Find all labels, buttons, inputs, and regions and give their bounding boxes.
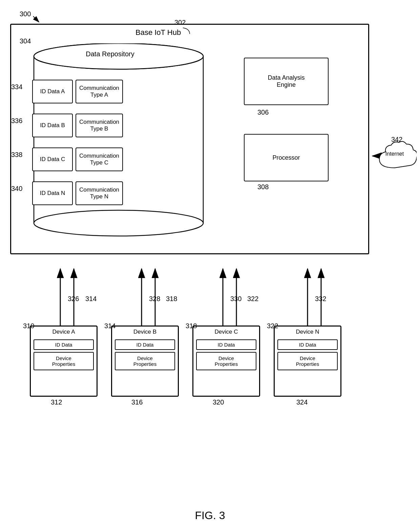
device-b-title: Device B (112, 327, 178, 337)
ref-328: 328 (149, 295, 160, 303)
ref-340: 340 (11, 185, 22, 193)
device-a-box: Device A ID Data DeviceProperties (30, 326, 98, 397)
main-hub-title: Base IoT Hub (135, 28, 181, 37)
ref-332: 332 (315, 295, 326, 303)
id-data-c: ID Data C (32, 147, 73, 171)
ref-314: 314 (104, 322, 115, 330)
comm-type-a: CommunicationType A (76, 80, 123, 103)
device-a-props: DeviceProperties (34, 352, 94, 370)
ref-322: 322 (267, 322, 278, 330)
id-data-a: ID Data A (32, 80, 73, 103)
svg-line-3 (33, 16, 39, 22)
device-n-title: Device N (275, 327, 340, 337)
device-n-props: DeviceProperties (277, 352, 338, 370)
device-c-box: Device C ID Data DeviceProperties (192, 326, 260, 397)
ref-324: 324 (296, 398, 308, 406)
device-n-id: ID Data (277, 339, 338, 350)
ref-300: 300 (20, 10, 31, 18)
ref-338: 338 (11, 151, 22, 159)
ref-342: 342 (391, 136, 402, 143)
device-a-id: ID Data (34, 339, 94, 350)
data-repository-svg (27, 43, 210, 243)
ref-316: 316 (131, 398, 143, 406)
data-row-c: ID Data C CommunicationType C (32, 147, 123, 171)
ref-336: 336 (11, 117, 22, 125)
processor-box: Processor (244, 134, 329, 181)
ref-320: 320 (213, 398, 224, 406)
device-n-box: Device N ID Data DeviceProperties (274, 326, 341, 397)
data-row-b: ID Data B CommunicationType B (32, 114, 123, 137)
device-b-props: DeviceProperties (115, 352, 175, 370)
device-b-id: ID Data (115, 339, 175, 350)
data-analysis-box: Data AnalysisEngine (244, 58, 329, 105)
ref-318: 318 (186, 322, 197, 330)
device-b-box: Device B ID Data DeviceProperties (111, 326, 179, 397)
comm-type-c: CommunicationType C (76, 147, 123, 171)
id-data-n: ID Data N (32, 181, 73, 205)
ref-326: 326 (68, 295, 79, 303)
ref-322-mid: 322 (247, 295, 258, 303)
id-data-b: ID Data B (32, 114, 73, 137)
ref-334: 334 (11, 83, 22, 91)
ref-306: 306 (257, 109, 269, 116)
device-c-props: DeviceProperties (196, 352, 256, 370)
comm-type-n: CommunicationType N (76, 181, 123, 205)
ref-308: 308 (257, 183, 269, 191)
device-c-title: Device C (193, 327, 259, 337)
ref-312: 312 (51, 398, 62, 406)
ref-330: 330 (230, 295, 241, 303)
ref-318-mid: 318 (166, 295, 177, 303)
device-c-id: ID Data (196, 339, 256, 350)
device-a-title: Device A (31, 327, 97, 337)
data-row-n: ID Data N CommunicationType N (32, 181, 123, 205)
ref-310: 310 (23, 322, 34, 330)
fig-caption: FIG. 3 (195, 509, 225, 522)
data-repository-title: Data Repository (73, 50, 147, 58)
internet-label: Internet (378, 151, 412, 157)
svg-point-24 (34, 210, 203, 236)
ref-314-mid: 314 (85, 295, 97, 303)
comm-type-b: CommunicationType B (76, 114, 123, 137)
data-row-a: ID Data A CommunicationType A (32, 80, 123, 103)
